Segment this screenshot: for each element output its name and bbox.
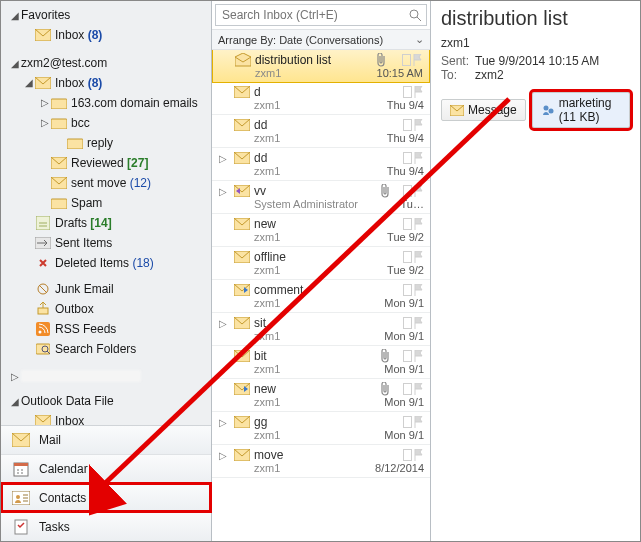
message-date: Mon 9/1 <box>384 429 424 441</box>
message-item[interactable]: dzxm1Thu 9/4 <box>212 82 430 115</box>
odf-inbox[interactable]: Inbox <box>7 411 209 425</box>
label: bcc <box>71 115 90 131</box>
message-subject: bit <box>254 349 377 363</box>
favorites-inbox[interactable]: Inbox (8) <box>7 25 209 45</box>
expand-toggle[interactable]: ▷ <box>216 450 230 461</box>
message-subject: comment <box>254 283 380 297</box>
account-2-header[interactable]: ▷ <box>7 367 209 385</box>
envelope-icon <box>234 383 250 395</box>
folder-drafts[interactable]: Drafts [14] <box>7 213 209 233</box>
expand-toggle[interactable]: ▷ <box>216 318 230 329</box>
sent-label: Sent: <box>441 54 475 68</box>
nav-tasks[interactable]: Tasks <box>1 512 211 541</box>
folder-junk[interactable]: Junk Email <box>7 279 209 299</box>
favorites-header[interactable]: ◢Favorites <box>7 5 209 25</box>
message-from: zxm1 <box>254 297 380 309</box>
folder-outbox[interactable]: Outbox <box>7 299 209 319</box>
svg-rect-30 <box>404 153 412 164</box>
outlook-data-file-header[interactable]: ◢Outlook Data File <box>7 391 209 411</box>
message-item[interactable]: offlinezxm1Tue 9/2 <box>212 247 430 280</box>
account-header[interactable]: ◢zxm2@test.com <box>7 53 209 73</box>
message-item[interactable]: newzxm1Mon 9/1 <box>212 379 430 412</box>
label: Inbox <box>55 75 84 91</box>
folder-icon <box>51 95 67 111</box>
search-input[interactable] <box>220 7 408 23</box>
expand-toggle[interactable]: ▷ <box>216 417 230 428</box>
message-from: zxm1 <box>254 165 383 177</box>
calendar-icon <box>11 461 31 477</box>
message-date: 8/12/2014 <box>375 462 424 474</box>
folder-search[interactable]: Search Folders <box>7 339 209 359</box>
expand-toggle[interactable]: ▷ <box>216 153 230 164</box>
message-item[interactable]: ▷vvSystem AdministratorTu… <box>212 181 430 214</box>
envelope-icon <box>234 416 250 428</box>
outbox-icon <box>35 301 51 317</box>
message-item[interactable]: ▷movezxm18/12/2014 <box>212 445 430 478</box>
folder-inbox[interactable]: ◢Inbox (8) <box>7 73 209 93</box>
message-list[interactable]: distribution listzxm110:15 AMdzxm1Thu 9/… <box>212 50 430 541</box>
message-markers <box>394 416 424 428</box>
expand-toggle[interactable]: ▷ <box>216 186 230 197</box>
message-item[interactable]: ▷ddzxm1Thu 9/4 <box>212 148 430 181</box>
nav-mail[interactable]: Mail <box>1 426 211 454</box>
envelope-icon <box>234 284 250 296</box>
message-item[interactable]: ▷sitzxm1Mon 9/1 <box>212 313 430 346</box>
label: reply <box>87 135 113 151</box>
message-from: zxm1 <box>254 231 383 243</box>
folder-sentmove[interactable]: sent move (12) <box>7 173 209 193</box>
folder-bcc[interactable]: ▷bcc <box>7 113 209 133</box>
count: [27] <box>127 155 148 171</box>
label: Outbox <box>55 301 94 317</box>
message-item[interactable]: newzxm1Tue 9/2 <box>212 214 430 247</box>
message-markers <box>394 449 424 461</box>
arrange-by-header[interactable]: Arrange By: Date (Conversations) ⌄ <box>212 29 430 50</box>
message-subject: offline <box>254 250 383 264</box>
mail-folder-icon <box>35 27 51 43</box>
svg-rect-46 <box>404 417 412 428</box>
label: Search Folders <box>55 341 136 357</box>
folder-sent[interactable]: Sent Items <box>7 233 209 253</box>
message-attach <box>377 53 389 67</box>
account-name: zxm2@test.com <box>21 56 107 70</box>
message-from: zxm1 <box>254 132 383 144</box>
to-label: To: <box>441 68 475 82</box>
folder-reply[interactable]: reply <box>7 133 209 153</box>
svg-rect-26 <box>404 87 412 98</box>
message-markers <box>394 350 424 362</box>
to-value: zxm2 <box>475 68 504 82</box>
expand-icon[interactable]: ⌄ <box>415 33 424 46</box>
search-icon[interactable] <box>408 8 422 22</box>
mail-icon <box>11 432 31 448</box>
folder-spam[interactable]: Spam <box>7 193 209 213</box>
label: Junk Email <box>55 281 114 297</box>
message-markers <box>394 185 424 197</box>
search-box[interactable] <box>215 4 427 26</box>
folder-163[interactable]: ▷163.com domain emails <box>7 93 209 113</box>
message-from: zxm1 <box>441 36 630 50</box>
svg-rect-44 <box>404 384 412 395</box>
sent-value: Tue 9/9/2014 10:15 AM <box>475 54 599 68</box>
nav-contacts[interactable]: Contacts <box>1 483 211 512</box>
folder-rss[interactable]: RSS Feeds <box>7 319 209 339</box>
attachment-tab[interactable]: marketing (11 KB) <box>532 92 630 128</box>
nav-calendar[interactable]: Calendar <box>1 454 211 483</box>
message-subject: distribution list <box>255 53 373 67</box>
message-markers <box>394 383 424 395</box>
message-item[interactable]: distribution listzxm110:15 AM <box>212 50 430 83</box>
label: Calendar <box>39 462 88 476</box>
label: Deleted Items <box>55 255 129 271</box>
svg-point-23 <box>410 10 418 18</box>
mail-folder-icon <box>51 175 67 191</box>
message-subject: sit <box>254 316 380 330</box>
message-from: zxm1 <box>254 462 371 474</box>
message-item[interactable]: bitzxm1Mon 9/1 <box>212 346 430 379</box>
message-tab[interactable]: Message <box>441 99 526 121</box>
folder-deleted[interactable]: Deleted Items (18) <box>7 253 209 273</box>
message-item[interactable]: ▷ggzxm1Mon 9/1 <box>212 412 430 445</box>
message-date: Thu 9/4 <box>387 132 424 144</box>
message-subject: d <box>254 85 383 99</box>
folder-reviewed[interactable]: Reviewed [27] <box>7 153 209 173</box>
message-item[interactable]: ddzxm1Thu 9/4 <box>212 115 430 148</box>
envelope-icon <box>234 218 250 230</box>
message-item[interactable]: commentzxm1Mon 9/1 <box>212 280 430 313</box>
